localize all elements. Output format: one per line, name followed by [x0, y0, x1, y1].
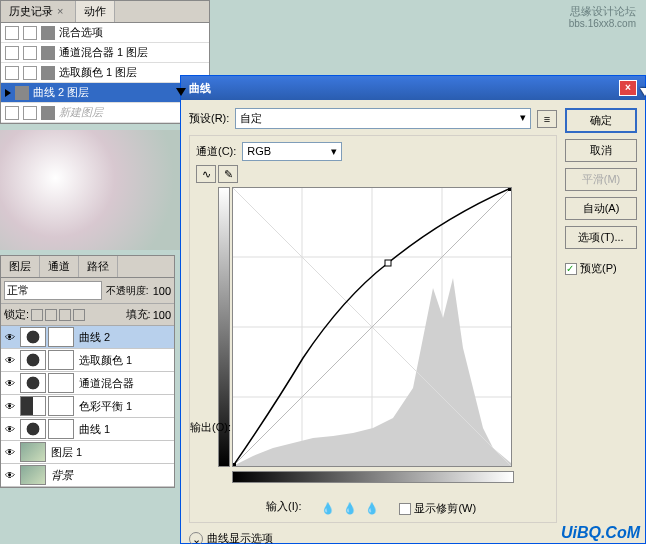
eye-icon[interactable]	[2, 376, 18, 390]
layer-icon	[41, 26, 55, 40]
layer-thumb	[20, 350, 46, 370]
auto-button[interactable]: 自动(A)	[565, 197, 637, 220]
fill-value[interactable]: 100	[153, 309, 171, 321]
eye-icon[interactable]	[2, 445, 18, 459]
layer-mask	[48, 373, 74, 393]
layers-panel: 图层 通道 路径 正常 不透明度: 100 锁定: 填充: 100 曲线 2 选…	[0, 255, 175, 488]
blend-mode-select[interactable]: 正常	[4, 281, 102, 300]
watermark-forum: 思缘设计论坛	[570, 4, 636, 19]
watermark-logo: UiBQ.CoM	[561, 524, 640, 542]
preset-menu-icon[interactable]: ≡	[537, 110, 557, 128]
input-label: 输入(I):	[266, 499, 301, 514]
layer-thumb	[20, 419, 46, 439]
expand-options-button[interactable]: ⌄	[189, 532, 203, 545]
curve-svg	[233, 188, 511, 466]
curve-point[interactable]	[233, 463, 236, 466]
eye-icon[interactable]	[2, 353, 18, 367]
black-point-slider[interactable]	[176, 88, 186, 96]
cancel-button[interactable]: 取消	[565, 139, 637, 162]
layer-item[interactable]: 通道混合器	[1, 372, 174, 395]
output-label: 输出(O):	[190, 420, 231, 435]
tab-layers[interactable]: 图层	[1, 256, 40, 277]
eye-icon[interactable]	[2, 468, 18, 482]
arrow-icon	[5, 89, 11, 97]
opacity-value[interactable]: 100	[153, 285, 171, 297]
history-item-disabled[interactable]: 新建图层	[1, 103, 209, 123]
layer-item[interactable]: 色彩平衡 1	[1, 395, 174, 418]
preview-label: 预览(P)	[580, 261, 617, 276]
preset-label: 预设(R):	[189, 111, 229, 126]
layer-mask	[48, 396, 74, 416]
history-item[interactable]: 通道混合器 1 图层	[1, 43, 209, 63]
lock-move-icon[interactable]	[59, 309, 71, 321]
layer-icon	[41, 66, 55, 80]
eyedropper-white-icon[interactable]: 💧	[365, 502, 379, 515]
layers-tabs: 图层 通道 路径	[1, 256, 174, 278]
eye-icon[interactable]	[2, 422, 18, 436]
lock-all-icon[interactable]	[73, 309, 85, 321]
layer-thumb	[20, 442, 46, 462]
history-panel: 历史记录× 动作 混合选项 通道混合器 1 图层 选取颜色 1 图层 曲线 2 …	[0, 0, 210, 124]
tab-channels[interactable]: 通道	[40, 256, 79, 277]
curve-graph[interactable]	[232, 187, 512, 467]
layer-icon	[41, 46, 55, 60]
layer-item[interactable]: 背景	[1, 464, 174, 487]
layer-item[interactable]: 图层 1	[1, 441, 174, 464]
curve-point-tool[interactable]: ∿	[196, 165, 216, 183]
opacity-label: 不透明度:	[106, 284, 149, 298]
blend-mode-row: 正常 不透明度: 100	[1, 278, 174, 304]
options-button[interactable]: 选项(T)...	[565, 226, 637, 249]
curve-point[interactable]	[508, 188, 511, 191]
eyedropper-black-icon[interactable]: 💧	[321, 502, 335, 515]
layer-thumb	[20, 373, 46, 393]
layers-list: 曲线 2 选取颜色 1 通道混合器 色彩平衡 1 曲线 1 图层 1 背景	[1, 326, 174, 487]
tab-paths[interactable]: 路径	[79, 256, 118, 277]
layer-thumb	[20, 465, 46, 485]
layer-thumb	[20, 396, 46, 416]
show-clip-label: 显示修剪(W)	[414, 501, 476, 516]
layer-mask	[48, 419, 74, 439]
history-tabs: 历史记录× 动作	[1, 1, 209, 23]
input-gradient	[232, 471, 514, 483]
chevron-down-icon: ▾	[331, 145, 337, 158]
layer-mask	[48, 350, 74, 370]
chevron-down-icon: ▾	[520, 111, 526, 126]
show-clip-checkbox[interactable]	[399, 503, 411, 515]
curves-dialog: 曲线 × 预设(R): 自定▾ ≡ 通道(C): RGB▾ ∿ ✎	[180, 75, 646, 544]
close-icon[interactable]: ×	[53, 3, 67, 19]
history-item[interactable]: 选取颜色 1 图层	[1, 63, 209, 83]
white-point-slider[interactable]	[640, 88, 646, 96]
layer-item[interactable]: 选取颜色 1	[1, 349, 174, 372]
curve-pencil-tool[interactable]: ✎	[218, 165, 238, 183]
ok-button[interactable]: 确定	[565, 108, 637, 133]
layer-icon	[15, 86, 29, 100]
eye-icon[interactable]	[2, 399, 18, 413]
channel-label: 通道(C):	[196, 144, 236, 159]
lock-paint-icon[interactable]	[45, 309, 57, 321]
background-image	[0, 130, 185, 250]
history-item[interactable]: 混合选项	[1, 23, 209, 43]
history-list: 混合选项 通道混合器 1 图层 选取颜色 1 图层 曲线 2 图层 新建图层	[1, 23, 209, 123]
eye-icon[interactable]	[2, 330, 18, 344]
lock-row: 锁定: 填充: 100	[1, 304, 174, 326]
dialog-title: 曲线	[189, 81, 211, 96]
layer-icon	[41, 106, 55, 120]
layer-item[interactable]: 曲线 2	[1, 326, 174, 349]
smooth-button: 平滑(M)	[565, 168, 637, 191]
tab-history[interactable]: 历史记录×	[1, 1, 76, 22]
watermark-site: bbs.16xx8.com	[569, 18, 636, 29]
dialog-titlebar[interactable]: 曲线 ×	[181, 76, 645, 100]
channel-select[interactable]: RGB▾	[242, 142, 342, 161]
close-button[interactable]: ×	[619, 80, 637, 96]
layer-thumb	[20, 327, 46, 347]
expand-options-label: 曲线显示选项	[207, 531, 273, 544]
layer-item[interactable]: 曲线 1	[1, 418, 174, 441]
preview-checkbox[interactable]	[565, 263, 577, 275]
eyedropper-gray-icon[interactable]: 💧	[343, 502, 357, 515]
tab-actions[interactable]: 动作	[76, 1, 115, 22]
lock-trans-icon[interactable]	[31, 309, 43, 321]
curve-point[interactable]	[385, 260, 391, 266]
layer-mask	[48, 327, 74, 347]
preset-select[interactable]: 自定▾	[235, 108, 531, 129]
